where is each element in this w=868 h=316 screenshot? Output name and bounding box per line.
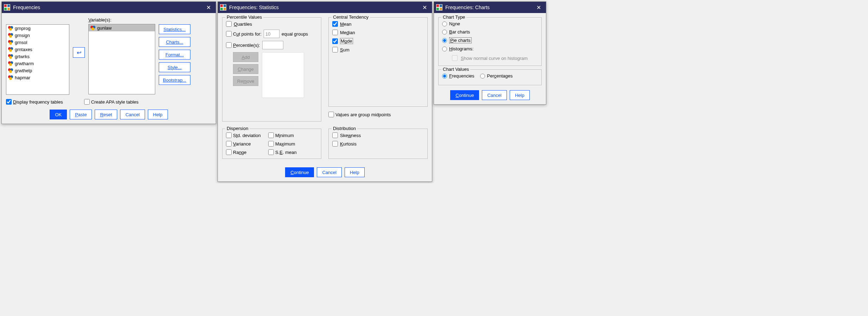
- variable-name: grnprog: [15, 26, 31, 31]
- statistics-button[interactable]: Statistics...: [159, 24, 190, 34]
- none-radio[interactable]: None: [442, 21, 460, 26]
- variance-input[interactable]: [226, 141, 232, 147]
- cut-points-value-input[interactable]: [264, 30, 279, 38]
- skewness-checkbox[interactable]: Skewness: [332, 132, 424, 138]
- group-legend: Chart Values: [441, 67, 470, 72]
- cut-points-suffix: equal groups: [282, 31, 308, 37]
- mean-checkbox[interactable]: Mean: [332, 21, 424, 27]
- charts-button[interactable]: Charts...: [159, 37, 190, 47]
- histograms-radio-input[interactable]: [442, 47, 447, 51]
- help-button[interactable]: Help: [510, 90, 530, 100]
- titlebar: Frequencies: Statistics ✕: [218, 2, 432, 13]
- cancel-button[interactable]: Cancel: [120, 110, 145, 119]
- percentages-radio[interactable]: Percentages: [480, 73, 513, 79]
- list-item[interactable]: gunlaw: [89, 24, 155, 31]
- frequencies-radio-input[interactable]: [442, 74, 447, 79]
- minimum-checkbox[interactable]: Minimum: [268, 132, 310, 138]
- percentile-value-input[interactable]: [262, 41, 283, 49]
- window-title: Frequencies: [13, 5, 203, 10]
- checkbox-label: Kurtosis: [340, 141, 357, 147]
- frequencies-radio[interactable]: Frequencies: [442, 73, 474, 79]
- continue-button[interactable]: Continue: [285, 167, 314, 177]
- close-icon[interactable]: ✕: [420, 4, 430, 11]
- range-input[interactable]: [226, 149, 232, 155]
- bootstrap-button[interactable]: Bootstrap...: [159, 75, 190, 85]
- histograms-radio[interactable]: Histograms:: [442, 46, 473, 51]
- median-input[interactable]: [332, 30, 338, 35]
- pie-charts-radio[interactable]: Pie charts: [442, 37, 472, 43]
- show-normal-curve-input: [452, 55, 458, 61]
- chart-values-group: Chart Values Frequencies Percentages: [438, 69, 542, 85]
- sum-checkbox[interactable]: Sum: [332, 47, 424, 52]
- minimum-input[interactable]: [268, 132, 274, 138]
- close-icon[interactable]: ✕: [534, 4, 544, 11]
- list-item[interactable]: grntaxes: [6, 46, 69, 53]
- continue-button[interactable]: Continue: [450, 90, 479, 100]
- sum-input[interactable]: [332, 47, 338, 52]
- checkbox-label: Display frequency tables: [13, 99, 63, 105]
- maximum-checkbox[interactable]: Maximum: [268, 141, 310, 147]
- add-percentile-button[interactable]: Add: [233, 52, 258, 62]
- help-button[interactable]: Help: [345, 167, 365, 177]
- values-group-midpoints-input[interactable]: [328, 112, 334, 117]
- ok-button[interactable]: OK: [50, 110, 67, 119]
- list-item[interactable]: grtwrks: [6, 53, 69, 60]
- variance-checkbox[interactable]: Variance: [226, 141, 268, 147]
- none-radio-input[interactable]: [442, 21, 447, 26]
- pie-charts-radio-input[interactable]: [442, 38, 447, 43]
- display-frequency-tables-checkbox[interactable]: Display frequency tables: [6, 99, 63, 105]
- list-item[interactable]: grnprog: [6, 25, 69, 32]
- se-mean-checkbox[interactable]: S.E. mean: [268, 149, 310, 155]
- close-icon[interactable]: ✕: [203, 4, 214, 11]
- bar-charts-radio[interactable]: Bar charts: [442, 29, 470, 35]
- selected-variable-list[interactable]: gunlaw: [88, 24, 155, 94]
- std-deviation-input[interactable]: [226, 132, 232, 138]
- spss-icon: [4, 4, 10, 11]
- list-item[interactable]: hapmar: [6, 74, 69, 81]
- skewness-input[interactable]: [332, 132, 338, 138]
- se-mean-input[interactable]: [268, 149, 274, 155]
- checkbox-label: Minimum: [275, 133, 294, 138]
- median-checkbox[interactable]: Median: [332, 30, 424, 35]
- dialog-content: Chart Type None Bar charts Pie charts Hi…: [434, 13, 546, 104]
- cancel-button[interactable]: Cancel: [482, 90, 507, 100]
- paste-button[interactable]: Paste: [70, 110, 92, 119]
- percentile-list[interactable]: [262, 52, 304, 98]
- std-deviation-checkbox[interactable]: Std. deviation: [226, 132, 268, 138]
- kurtosis-checkbox[interactable]: Kurtosis: [332, 141, 424, 147]
- range-checkbox[interactable]: Range: [226, 149, 268, 155]
- cut-points-checkbox[interactable]: Cut points for:: [226, 31, 262, 37]
- cancel-button[interactable]: Cancel: [317, 167, 341, 177]
- move-to-selected-button[interactable]: ↩: [73, 47, 85, 58]
- source-variable-list[interactable]: grnprog grnsign grnsol grntaxes grtwrks …: [6, 24, 69, 95]
- mean-input[interactable]: [332, 21, 338, 27]
- quartiles-checkbox[interactable]: Quartiles: [226, 21, 317, 27]
- format-button[interactable]: Format...: [159, 50, 190, 60]
- bar-charts-radio-input[interactable]: [442, 30, 447, 35]
- checkbox-label: Median: [340, 30, 355, 35]
- remove-percentile-button[interactable]: Remove: [233, 76, 258, 86]
- maximum-input[interactable]: [268, 141, 274, 147]
- percentages-radio-input[interactable]: [480, 74, 485, 79]
- display-frequency-tables-input[interactable]: [6, 99, 12, 105]
- change-percentile-button[interactable]: Change: [233, 64, 258, 74]
- percentiles-checkbox[interactable]: Percentile(s):: [226, 42, 260, 48]
- list-item[interactable]: grnsol: [6, 39, 69, 46]
- list-item[interactable]: grwtharm: [6, 60, 69, 67]
- percentiles-input[interactable]: [226, 42, 232, 48]
- list-item[interactable]: grwthelp: [6, 67, 69, 74]
- values-group-midpoints-checkbox[interactable]: Values are group midpoints: [328, 112, 391, 117]
- quartiles-input[interactable]: [226, 21, 232, 27]
- checkbox-label: Values are group midpoints: [335, 112, 391, 117]
- kurtosis-input[interactable]: [332, 141, 338, 147]
- mode-input[interactable]: [332, 38, 338, 44]
- cut-points-input[interactable]: [226, 31, 232, 37]
- create-apa-tables-input[interactable]: [84, 99, 90, 105]
- mode-checkbox[interactable]: Mode: [332, 38, 424, 44]
- reset-button[interactable]: Reset: [95, 110, 117, 119]
- style-button[interactable]: Style...: [159, 62, 190, 72]
- help-button[interactable]: Help: [148, 110, 168, 119]
- list-item[interactable]: grnsign: [6, 32, 69, 39]
- variable-name: grwtharm: [15, 61, 34, 66]
- create-apa-tables-checkbox[interactable]: Create APA style tables: [84, 99, 139, 105]
